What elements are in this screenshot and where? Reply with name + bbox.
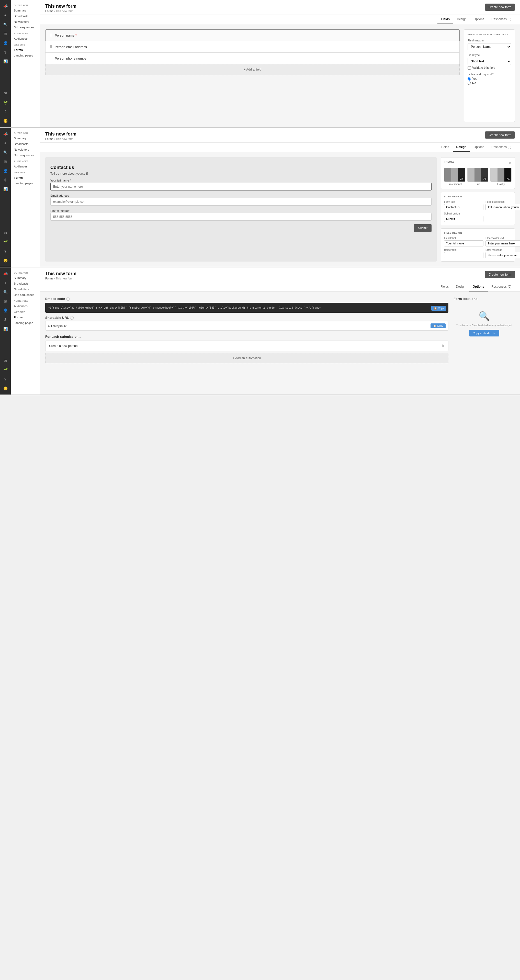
nav-summary[interactable]: Summary (11, 8, 40, 13)
nav3-newsletters[interactable]: Newsletters (11, 286, 40, 292)
create-new-form-button-3[interactable]: Create new form (485, 271, 515, 278)
sidebar2-grid-icon[interactable]: ⊞ (1, 158, 10, 165)
nav3-summary[interactable]: Summary (11, 275, 40, 281)
field-row-email[interactable]: ⠿ Person email address (45, 41, 460, 52)
nav-audiences[interactable]: Audiences (11, 36, 40, 41)
create-new-form-button-2[interactable]: Create new form (485, 131, 515, 138)
required-yes-radio[interactable] (468, 77, 471, 81)
helper-input[interactable] (444, 252, 483, 258)
nav-broadcasts[interactable]: Broadcasts (11, 13, 40, 19)
required-no-radio[interactable] (468, 81, 471, 85)
sidebar-leaf-icon[interactable]: 🌱 (1, 99, 10, 107)
nav3-audiences[interactable]: Audiences (11, 303, 40, 309)
sidebar-dollar-icon[interactable]: $ (1, 48, 10, 56)
add-field-button[interactable]: + Add a field (45, 64, 460, 75)
sidebar3-users-icon[interactable]: 👤 (1, 306, 10, 315)
tab3-responses[interactable]: Responses (0) (488, 282, 515, 291)
embed-code-copy-button[interactable]: 📋 Copy (431, 306, 446, 311)
sidebar-plus-icon[interactable]: + (1, 11, 10, 19)
form-desc-input[interactable] (485, 204, 520, 210)
nav2-newsletters[interactable]: Newsletters (11, 147, 40, 153)
sidebar3-question-icon[interactable]: ? (1, 375, 10, 383)
themes-collapse-icon[interactable]: ▼ (508, 161, 512, 165)
sidebar-avatar-icon[interactable]: 😊 (1, 117, 10, 125)
sidebar-chart-icon[interactable]: 📊 (1, 57, 10, 65)
nav2-forms[interactable]: Forms (11, 175, 40, 180)
sidebar3-search-icon[interactable]: 🔍 (1, 288, 10, 296)
sidebar3-chart-icon[interactable]: 📊 (1, 325, 10, 333)
tab2-fields[interactable]: Fields (437, 143, 453, 152)
breadcrumb-forms-link[interactable]: Forms (45, 10, 53, 13)
breadcrumb3-forms-link[interactable]: Forms (45, 277, 53, 280)
nav3-broadcasts[interactable]: Broadcasts (11, 281, 40, 286)
breadcrumb2-forms-link[interactable]: Forms (45, 137, 53, 140)
sidebar3-outreach-icon[interactable]: 📣 (1, 269, 10, 278)
sidebar-search-icon[interactable]: 🔍 (1, 21, 10, 29)
tab2-design[interactable]: Design (453, 143, 470, 152)
nav2-drip-sequences[interactable]: Drip sequences (11, 153, 40, 158)
nav2-landing-pages[interactable]: Landing pages (11, 180, 40, 186)
sidebar-mail-icon[interactable]: ✉ (1, 89, 10, 97)
sidebar-outreach-icon[interactable]: 📣 (1, 2, 10, 10)
theme-flashy[interactable]: Aa Flashy (490, 168, 512, 186)
sidebar3-dollar-icon[interactable]: $ (1, 315, 10, 324)
preview-input-phone[interactable] (50, 213, 431, 221)
field-row-phone[interactable]: ⠿ Person phone number (45, 52, 460, 64)
validate-checkbox[interactable] (468, 66, 471, 70)
sidebar2-chart-icon[interactable]: 📊 (1, 185, 10, 193)
nav-landing-pages[interactable]: Landing pages (11, 52, 40, 58)
field-label-input[interactable] (444, 240, 483, 247)
submit-btn-input[interactable] (444, 216, 483, 222)
nav3-drip-sequences[interactable]: Drip sequences (11, 292, 40, 298)
sidebar2-mail-icon[interactable]: ✉ (1, 229, 10, 237)
sidebar2-dollar-icon[interactable]: $ (1, 176, 10, 184)
tab3-design[interactable]: Design (452, 282, 469, 291)
theme-professional[interactable]: Aa Professional (444, 168, 465, 186)
sidebar2-search-icon[interactable]: 🔍 (1, 148, 10, 156)
preview-submit-btn[interactable]: Submit (414, 224, 431, 232)
nav2-summary[interactable]: Summary (11, 135, 40, 141)
sidebar3-mail-icon[interactable]: ✉ (1, 357, 10, 365)
add-automation-button[interactable]: + Add an automation (45, 353, 448, 363)
sidebar-grid-icon[interactable]: ⊞ (1, 30, 10, 38)
create-new-form-button-1[interactable]: Create new form (485, 3, 515, 11)
tab2-options[interactable]: Options (470, 143, 488, 152)
sidebar2-leaf-icon[interactable]: 🌱 (1, 238, 10, 246)
field-mapping-select[interactable]: Person | Name (468, 43, 511, 50)
tab2-responses[interactable]: Responses (0) (488, 143, 515, 152)
theme-fun[interactable]: Aa Fun (468, 168, 488, 186)
tab3-options[interactable]: Options (469, 282, 488, 291)
nav-drip-sequences[interactable]: Drip sequences (11, 25, 40, 30)
sidebar2-users-icon[interactable]: 👤 (1, 167, 10, 175)
tab-options-1[interactable]: Options (470, 15, 488, 24)
sidebar2-avatar-icon[interactable]: 😊 (1, 256, 10, 265)
preview-input-name[interactable] (50, 183, 431, 191)
nav2-broadcasts[interactable]: Broadcasts (11, 141, 40, 147)
sidebar3-grid-icon[interactable]: ⊞ (1, 297, 10, 305)
sidebar3-leaf-icon[interactable]: 🌱 (1, 366, 10, 374)
nav2-audiences[interactable]: Audiences (11, 164, 40, 169)
delete-automation-icon[interactable]: 🗑 (441, 344, 445, 348)
tab-responses-1[interactable]: Responses (0) (488, 15, 515, 24)
field-row-name[interactable]: ⠿ Person name * (45, 29, 460, 41)
sidebar2-plus-icon[interactable]: + (1, 139, 10, 147)
sidebar-users-icon[interactable]: 👤 (1, 39, 10, 47)
preview-input-email[interactable] (50, 198, 431, 205)
placeholder-input[interactable] (485, 240, 520, 247)
tab-design-1[interactable]: Design (453, 15, 470, 24)
nav3-landing-pages[interactable]: Landing pages (11, 320, 40, 326)
sidebar-question-icon[interactable]: ? (1, 108, 10, 116)
error-input[interactable] (485, 252, 520, 258)
sidebar2-question-icon[interactable]: ? (1, 247, 10, 255)
nav-newsletters[interactable]: Newsletters (11, 19, 40, 25)
sidebar2-outreach-icon[interactable]: 📣 (1, 130, 10, 138)
shareable-url-copy-button[interactable]: 📋 Copy (431, 323, 445, 328)
nav-forms[interactable]: Forms (11, 47, 40, 52)
field-type-select[interactable]: Short text (468, 58, 511, 65)
tab-fields-1[interactable]: Fields (437, 15, 453, 24)
copy-embed-code-button[interactable]: Copy embed code (469, 330, 499, 336)
sidebar3-plus-icon[interactable]: + (1, 279, 10, 287)
nav3-forms[interactable]: Forms (11, 315, 40, 320)
form-title-input[interactable] (444, 204, 483, 210)
sidebar3-avatar-icon[interactable]: 😊 (1, 384, 10, 393)
